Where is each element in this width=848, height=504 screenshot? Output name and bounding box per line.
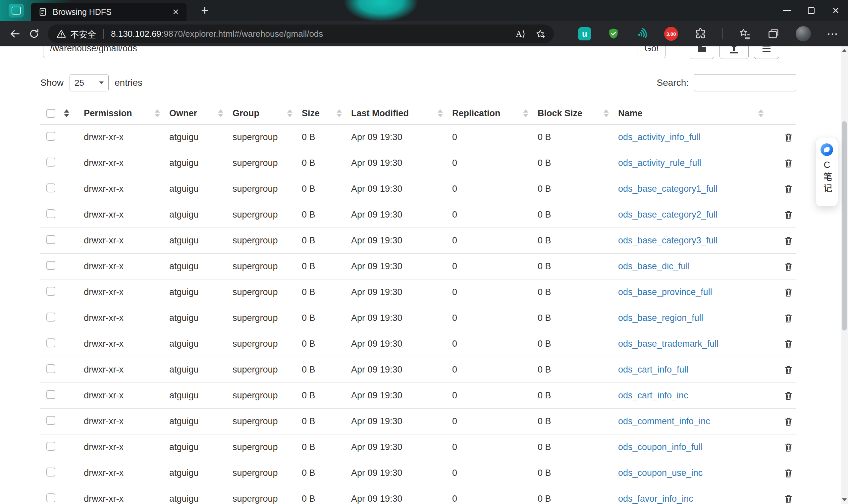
owner-value[interactable]: atguigu [169, 184, 199, 194]
delete-button[interactable] [783, 184, 793, 194]
file-link[interactable]: ods_comment_info_inc [618, 416, 710, 426]
row-checkbox[interactable] [46, 183, 55, 192]
header-select-all[interactable] [40, 102, 84, 124]
owner-value[interactable]: atguigu [169, 365, 199, 375]
group-value[interactable]: supergroup [232, 184, 278, 194]
permission-value[interactable]: drwxr-xr-x [84, 184, 124, 194]
signal-extension-icon[interactable] [636, 28, 648, 40]
file-link[interactable]: ods_activity_rule_full [618, 158, 701, 168]
group-value[interactable]: supergroup [232, 132, 278, 142]
header-group[interactable]: Group [232, 102, 302, 124]
permission-value[interactable]: drwxr-xr-x [84, 416, 124, 427]
group-value[interactable]: supergroup [232, 365, 278, 375]
file-link[interactable]: ods_coupon_info_full [618, 442, 703, 452]
owner-value[interactable]: atguigu [169, 210, 199, 220]
replication-value[interactable]: 0 [452, 365, 457, 375]
row-checkbox[interactable] [46, 312, 55, 322]
file-link[interactable]: ods_base_province_full [618, 287, 712, 297]
go-button[interactable]: Go! [638, 47, 666, 58]
file-link[interactable]: ods_base_category1_full [618, 184, 718, 194]
security-status-label[interactable]: 不安全 [70, 28, 96, 40]
replication-value[interactable]: 0 [452, 210, 457, 220]
owner-value[interactable]: atguigu [169, 468, 199, 478]
u-extension-icon[interactable]: u [578, 27, 591, 40]
header-replication[interactable]: Replication [452, 102, 537, 124]
row-checkbox[interactable] [46, 158, 55, 166]
delete-button[interactable] [783, 339, 793, 349]
replication-value[interactable]: 0 [452, 339, 457, 349]
replication-value[interactable]: 0 [452, 158, 457, 168]
sort-icon[interactable] [287, 109, 293, 117]
sort-icon[interactable] [603, 109, 609, 117]
search-input[interactable] [694, 74, 796, 91]
header-last-modified[interactable]: Last Modified [351, 102, 452, 124]
delete-button[interactable] [783, 313, 793, 323]
group-value[interactable]: supergroup [232, 391, 278, 401]
settings-more-icon[interactable]: ⋯ [827, 27, 839, 40]
sort-icon[interactable] [523, 109, 528, 117]
path-input[interactable] [43, 47, 638, 58]
maximize-button[interactable] [799, 0, 824, 21]
replication-value[interactable]: 0 [452, 416, 457, 427]
row-checkbox[interactable] [46, 390, 55, 399]
replication-value[interactable]: 0 [452, 468, 457, 478]
delete-button[interactable] [783, 210, 793, 220]
file-link[interactable]: ods_base_trademark_full [618, 339, 719, 349]
owner-value[interactable]: atguigu [169, 494, 199, 504]
owner-value[interactable]: atguigu [169, 416, 199, 427]
permission-value[interactable]: drwxr-xr-x [84, 442, 124, 452]
sort-icon[interactable] [155, 109, 160, 117]
owner-value[interactable]: atguigu [169, 391, 199, 401]
permission-value[interactable]: drwxr-xr-x [84, 468, 124, 478]
replication-value[interactable]: 0 [452, 313, 457, 323]
file-link[interactable]: ods_activity_info_full [618, 132, 701, 142]
replication-value[interactable]: 0 [452, 494, 457, 504]
group-value[interactable]: supergroup [232, 442, 278, 452]
delete-button[interactable] [783, 262, 793, 272]
scroll-down-icon[interactable] [842, 498, 847, 501]
header-size[interactable]: Size [302, 102, 351, 124]
delete-button[interactable] [783, 468, 793, 478]
permission-value[interactable]: drwxr-xr-x [84, 494, 124, 504]
header-name[interactable]: Name [618, 102, 779, 124]
delete-button[interactable] [783, 287, 793, 298]
delete-button[interactable] [783, 391, 793, 401]
delete-button[interactable] [783, 494, 793, 504]
extensions-puzzle-icon[interactable] [694, 28, 707, 40]
owner-value[interactable]: atguigu [169, 235, 199, 246]
row-checkbox[interactable] [46, 442, 55, 451]
row-checkbox[interactable] [46, 287, 55, 296]
delete-button[interactable] [783, 365, 793, 375]
back-icon[interactable] [7, 26, 22, 41]
group-value[interactable]: supergroup [232, 210, 278, 220]
file-link[interactable]: ods_coupon_use_inc [618, 468, 703, 478]
sort-icon[interactable] [438, 109, 443, 117]
group-value[interactable]: supergroup [232, 235, 278, 246]
tab-close-icon[interactable]: ✕ [172, 7, 179, 17]
group-value[interactable]: supergroup [232, 339, 278, 349]
row-checkbox[interactable] [46, 209, 55, 218]
group-value[interactable]: supergroup [232, 261, 278, 272]
replication-value[interactable]: 0 [452, 132, 457, 142]
header-permission[interactable]: Permission [84, 102, 169, 124]
row-checkbox[interactable] [46, 235, 55, 244]
owner-value[interactable]: atguigu [169, 339, 199, 349]
entries-select[interactable]: 25 [70, 74, 109, 91]
row-checkbox[interactable] [46, 468, 55, 476]
group-value[interactable]: supergroup [232, 287, 278, 298]
create-directory-button[interactable] [690, 47, 714, 59]
group-value[interactable]: supergroup [232, 158, 278, 168]
file-link[interactable]: ods_favor_info_inc [618, 494, 693, 504]
permission-value[interactable]: drwxr-xr-x [84, 313, 124, 323]
address-bar[interactable]: 不安全 8.130.102.69 :9870/explorer.html#/wa… [48, 24, 554, 43]
note-widget[interactable]: C笔记 [815, 138, 838, 206]
vertical-scrollbar[interactable] [841, 47, 848, 504]
row-checkbox[interactable] [46, 364, 55, 373]
permission-value[interactable]: drwxr-xr-x [84, 339, 124, 349]
permission-value[interactable]: drwxr-xr-x [84, 365, 124, 375]
owner-value[interactable]: atguigu [169, 313, 199, 323]
group-value[interactable]: supergroup [232, 468, 278, 478]
row-checkbox[interactable] [46, 132, 55, 141]
file-link[interactable]: ods_cart_info_full [618, 365, 688, 375]
group-value[interactable]: supergroup [232, 494, 278, 504]
